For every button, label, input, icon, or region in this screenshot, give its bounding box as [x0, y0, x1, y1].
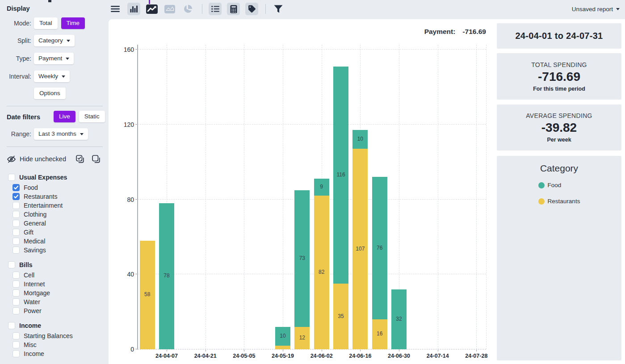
category-item-row[interactable]: General — [0, 219, 107, 228]
checkbox[interactable] — [13, 307, 20, 314]
category-item-row[interactable]: Clothing — [0, 210, 107, 219]
calculator-icon[interactable] — [227, 3, 240, 15]
category-item-row[interactable]: Restaurants — [0, 192, 107, 201]
bar-value-label: 82 — [314, 269, 329, 275]
bar-value-label: 73 — [294, 255, 310, 261]
range-select[interactable]: Last 3 months — [34, 128, 88, 140]
x-axis-line — [138, 349, 486, 350]
line-chart-icon[interactable] — [145, 3, 158, 15]
checkbox[interactable] — [13, 202, 20, 209]
category-item-row[interactable]: Cell — [0, 271, 107, 280]
checkbox[interactable] — [8, 261, 15, 268]
plot-area: 0408012016024-04-0724-04-2124-05-0524-05… — [138, 45, 486, 349]
checkbox[interactable] — [13, 229, 20, 236]
bar-value-label: 76 — [372, 245, 387, 251]
bar-value-label: 16 — [372, 331, 387, 337]
bar-value-label: 35 — [333, 313, 348, 319]
date-live-button[interactable]: Live — [54, 111, 76, 122]
category-item-label: Power — [24, 307, 42, 314]
y-axis-tick — [135, 274, 138, 274]
category-item-label: Gift — [24, 229, 34, 236]
gridline — [244, 45, 244, 349]
category-item-row[interactable]: Power — [0, 306, 107, 315]
unsaved-report-menu[interactable]: Unsaved report — [572, 0, 620, 18]
type-select[interactable]: Payment — [34, 53, 74, 64]
unsaved-report-label: Unsaved report — [572, 6, 613, 13]
category-item-row[interactable]: Entertainment — [0, 201, 107, 210]
gridline — [438, 45, 438, 349]
title-cursor-fragment — [149, 0, 150, 4]
total-spending-value: -716.69 — [538, 70, 580, 84]
category-item-row[interactable]: Medical — [0, 237, 107, 246]
date-static-button[interactable]: Static — [79, 111, 105, 122]
average-spending-value: -39.82 — [541, 121, 577, 135]
category-item-row[interactable]: Food — [0, 183, 107, 192]
gridline — [138, 49, 486, 50]
checkbox[interactable] — [13, 289, 20, 297]
checkbox[interactable] — [13, 332, 20, 339]
category-group-row[interactable]: Income — [0, 320, 107, 331]
legend-items: FoodRestaurants — [538, 182, 580, 205]
interval-select[interactable]: Weekly — [34, 71, 70, 82]
legend-label: Restaurants — [548, 198, 580, 205]
area-chart-icon[interactable] — [163, 3, 176, 15]
select-all-icon[interactable] — [76, 155, 84, 163]
category-item-row[interactable]: Savings — [0, 246, 107, 255]
list-icon[interactable] — [209, 3, 222, 15]
checkbox[interactable] — [13, 298, 20, 305]
x-axis-label: 24-07-14 — [419, 353, 457, 359]
mode-total-button[interactable]: Total — [34, 17, 58, 29]
category-item-label: Medical — [24, 238, 45, 245]
checkbox[interactable] — [8, 322, 15, 329]
category-item-row[interactable]: Mortgage — [0, 289, 107, 297]
menu-icon[interactable] — [109, 3, 122, 15]
checkbox[interactable] — [13, 280, 20, 288]
title-text-fragment — [48, 0, 51, 2]
gridline — [486, 45, 487, 349]
checkbox[interactable] — [13, 238, 20, 245]
checkbox[interactable] — [13, 341, 20, 348]
date-range-card: 24-04-01 to 24-07-31 — [497, 23, 621, 49]
category-item-row[interactable]: Water — [0, 297, 107, 306]
deselect-all-icon[interactable] — [92, 155, 101, 163]
category-item-row[interactable]: Internet — [0, 280, 107, 289]
category-item-row[interactable]: Income — [0, 349, 107, 358]
checkbox[interactable] — [13, 272, 20, 279]
legend-item: Restaurants — [538, 198, 580, 205]
category-item-row[interactable]: Misc — [0, 340, 107, 349]
hide-unchecked-toggle[interactable]: Hide unchecked — [7, 154, 66, 164]
category-item-row[interactable]: Starting Balances — [0, 331, 107, 340]
split-select[interactable]: Category — [34, 35, 75, 46]
bar-value-label: 10 — [352, 136, 368, 142]
category-item-row[interactable]: Gift — [0, 228, 107, 237]
type-label: Type: — [0, 55, 31, 62]
filter-icon[interactable] — [272, 3, 285, 15]
category-group-row[interactable]: Bills — [0, 259, 107, 271]
chevron-down-icon — [80, 133, 84, 135]
donut-chart-icon[interactable] — [181, 3, 194, 15]
mode-time-button[interactable]: Time — [61, 17, 85, 29]
checkbox[interactable] — [13, 247, 20, 254]
x-axis-label: 24-06-30 — [380, 353, 418, 359]
total-spending-card: TOTAL SPENDING -716.69 For this time per… — [497, 53, 621, 100]
tag-icon[interactable] — [245, 3, 258, 15]
average-spending-card: AVERAGE SPENDING -39.82 Per week — [497, 105, 621, 151]
category-group-row[interactable]: Usual Expenses — [0, 172, 107, 183]
category-item-label: Water — [24, 298, 40, 305]
bar-segment-restaurants[interactable] — [275, 346, 290, 349]
checkbox[interactable] — [13, 193, 20, 200]
options-button[interactable]: Options — [34, 88, 66, 99]
category-group-label: Bills — [19, 261, 33, 268]
checkbox[interactable] — [13, 220, 20, 227]
checkbox[interactable] — [8, 174, 15, 181]
checkbox[interactable] — [13, 350, 20, 357]
bar-value-label: 107 — [352, 246, 368, 252]
category-group-label: Usual Expenses — [19, 174, 67, 181]
legend-title: Category — [497, 163, 621, 174]
gridline — [206, 45, 206, 349]
bar-chart-icon[interactable] — [127, 3, 140, 15]
x-axis-label: 24-04-07 — [148, 353, 185, 359]
checkbox[interactable] — [13, 184, 20, 191]
checkbox[interactable] — [13, 211, 20, 218]
bar-value-label: 78 — [159, 272, 174, 279]
